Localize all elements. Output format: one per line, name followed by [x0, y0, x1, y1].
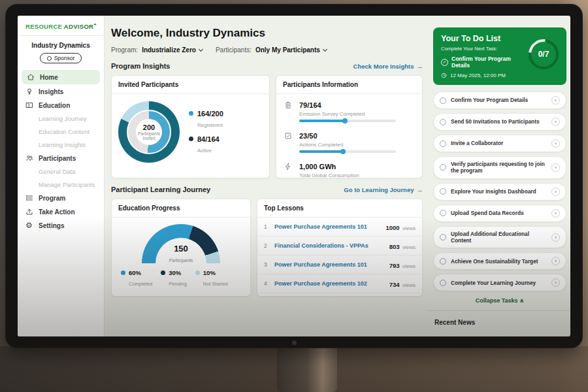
checklist-icon	[284, 129, 293, 153]
todo-next-task-label: Confirm Your Program Details	[451, 56, 527, 69]
lesson-link[interactable]: Power Purchase Agreements 102	[274, 280, 384, 287]
gear-icon: ⚙	[25, 221, 33, 229]
lesson-rank: 1	[264, 223, 269, 230]
lesson-link[interactable]: Power Purchase Agreements 101	[274, 261, 384, 268]
sidebar-item-label: Settings	[39, 222, 64, 229]
sidebar-item-take-action[interactable]: Take Action	[18, 205, 104, 218]
survey-icon	[284, 99, 293, 122]
task-checkbox[interactable]	[440, 188, 446, 195]
task-label: Complete Your Learning Journey	[451, 280, 547, 286]
sidebar-item-education[interactable]: Education	[18, 99, 104, 112]
legend-dot-registered	[189, 111, 193, 116]
org-name: Industry Dynamics	[18, 42, 104, 49]
chevron-right-icon[interactable]: ›	[551, 278, 560, 287]
lesson-views-label: views	[402, 244, 416, 250]
check-icon: ✓	[441, 59, 448, 66]
sidebar-item-insights[interactable]: Insights	[18, 85, 104, 98]
task-label: Upload Additional Educational Content	[451, 231, 547, 244]
legend-item: 60% Completed	[121, 269, 152, 288]
task-row-send-invitations[interactable]: Send 50 Invitations to Participants ›	[433, 113, 566, 131]
legend-value: 10%	[203, 269, 228, 276]
lesson-row: 1 Power Purchase Agreements 101 1000 vie…	[257, 218, 422, 237]
link-label: Check More Insights	[353, 63, 414, 70]
sidebar-item-general-data[interactable]: General Data	[18, 165, 104, 178]
card-title: Top Lessons	[257, 199, 422, 218]
sidebar-item-learning-insights[interactable]: Learning Insights	[18, 139, 104, 151]
progress-fill	[299, 120, 346, 122]
chevron-right-icon[interactable]: ›	[551, 257, 560, 265]
sidebar-item-education-content[interactable]: Education Content	[18, 125, 104, 138]
brand-logo: RESOURCE ADVISOR+	[18, 22, 104, 35]
top-lessons-card: Top Lessons 1 Power Purchase Agreements …	[257, 199, 423, 297]
clock-icon	[441, 73, 447, 78]
sponsor-badge[interactable]: Sponsor	[40, 53, 82, 63]
legend-dot-not-started	[195, 270, 200, 275]
arrow-right-icon: →	[417, 186, 423, 193]
lesson-link[interactable]: Financial Considerations - VPPAs	[274, 242, 384, 249]
legend-item: 164/200 Registered	[189, 110, 223, 129]
legend-value: 164/200	[197, 110, 223, 118]
task-row-explore-insights[interactable]: Explore Your Insights Dashboard ›	[433, 183, 566, 201]
sidebar-item-label: Education	[39, 102, 70, 109]
energy-bolt-icon	[284, 160, 293, 178]
legend-value: 30%	[169, 269, 187, 276]
participants-select[interactable]: Only My Participants	[255, 46, 327, 54]
task-checkbox[interactable]	[440, 164, 446, 171]
todo-next-task[interactable]: ✓ Confirm Your Program Details	[441, 56, 527, 69]
task-row-upload-spend-data[interactable]: Upload Spend Data Records ›	[433, 204, 566, 222]
lesson-link[interactable]: Power Purchase Agreements 101	[274, 223, 380, 230]
task-row-invite-collaborator[interactable]: Invite a Collaborator ›	[433, 135, 566, 152]
go-to-learning-journey-link[interactable]: Go to Learning Journey →	[344, 186, 423, 193]
sidebar-nav: Home Insights Education Learning Journey…	[18, 70, 104, 232]
task-row-verify-participants[interactable]: Verify participants requesting to join t…	[433, 156, 566, 179]
task-checkbox[interactable]	[440, 280, 446, 286]
task-row-confirm-program[interactable]: Confirm Your Program Details ›	[433, 91, 566, 109]
task-row-upload-educational-content[interactable]: Upload Additional Educational Content ›	[433, 226, 566, 249]
participants-information-card: Participants Information 79/164 Emission…	[276, 75, 423, 178]
task-checkbox[interactable]	[440, 97, 446, 104]
task-row-complete-learning-journey[interactable]: Complete Your Learning Journey ›	[433, 274, 566, 291]
legend-item: 10% Not Started	[195, 269, 228, 288]
chevron-right-icon[interactable]: ›	[551, 139, 560, 148]
sidebar-item-participants[interactable]: Participants	[18, 152, 104, 165]
legend-label: Pending	[169, 281, 187, 287]
learning-journey-header: Participant Learning Journey Go to Learn…	[111, 186, 423, 193]
info-row: 1,000 GWh Total Global Consumption	[276, 155, 422, 178]
monitor-bezel: RESOURCE ADVISOR+ Industry Dynamics Spon…	[5, 4, 583, 348]
sidebar-item-manage-participants[interactable]: Manage Participants	[18, 178, 104, 191]
task-checkbox[interactable]	[440, 210, 446, 216]
info-label: Emission Survey Completed	[299, 111, 396, 117]
sidebar-item-settings[interactable]: ⚙ Settings	[18, 219, 104, 232]
monitor-stand	[277, 348, 337, 392]
task-checkbox[interactable]	[440, 140, 446, 147]
task-checkbox[interactable]	[440, 234, 446, 240]
chevron-right-icon[interactable]: ›	[551, 233, 560, 242]
book-icon	[25, 101, 33, 109]
sidebar-item-learning-journey[interactable]: Learning Journey	[18, 112, 104, 125]
program-select[interactable]: Industrialize Zero	[142, 46, 203, 54]
task-label: Upload Spend Data Records	[451, 210, 547, 216]
chevron-right-icon[interactable]: ›	[551, 118, 560, 126]
task-checkbox[interactable]	[440, 119, 446, 125]
check-more-insights-link[interactable]: Check More Insights →	[353, 63, 423, 70]
legend-item: 84/164 Active	[189, 135, 223, 155]
lesson-views: 1000	[385, 224, 399, 231]
task-label: Send 50 Invitations to Participants	[451, 118, 547, 125]
chevron-right-icon[interactable]: ›	[551, 96, 560, 105]
sponsor-label: Sponsor	[54, 55, 75, 61]
task-checkbox[interactable]	[440, 258, 446, 265]
info-value: 1,000 GWh	[299, 163, 336, 171]
main-content: Welcome, Industry Dynamics Program: Indu…	[105, 16, 428, 336]
task-row-achieve-target[interactable]: Achieve One Sustainability Target ›	[433, 252, 566, 270]
filters-row: Program: Industrialize Zero Participants…	[111, 46, 423, 54]
lesson-rank: 4	[264, 280, 269, 287]
progress-fill	[299, 150, 344, 153]
sidebar-item-home[interactable]: Home	[22, 70, 100, 84]
collapse-tasks-link[interactable]: Collapse Tasks ∧	[433, 297, 566, 304]
chevron-right-icon[interactable]: ›	[551, 209, 560, 218]
sidebar-item-program[interactable]: Program	[18, 191, 104, 204]
chevron-right-icon[interactable]: ›	[551, 163, 560, 172]
task-label: Achieve One Sustainability Target	[451, 258, 547, 265]
chevron-right-icon[interactable]: ›	[551, 188, 560, 196]
link-label: Go to Learning Journey	[344, 186, 414, 193]
